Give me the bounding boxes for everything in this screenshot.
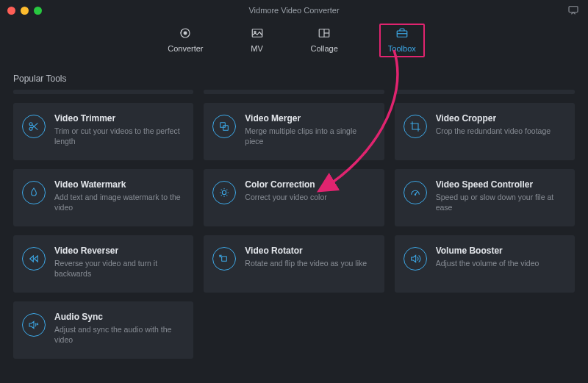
audio-sync-icon [22,313,46,337]
svg-marker-20 [35,256,38,262]
tab-label: Toolbox [388,44,416,53]
minimize-window-button[interactable] [21,7,29,15]
grid-stub [395,90,575,94]
rotate-icon [212,247,236,271]
tab-label: Collage [311,44,338,53]
tool-card-video-rotator[interactable]: Video Rotator Rotate and flip the video … [204,235,384,293]
svg-point-2 [184,32,187,35]
tools-grid: Video Trimmer Trim or cut your videos to… [0,90,588,372]
tool-card-video-speed-controller[interactable]: Video Speed Controller Speed up or slow … [395,169,575,226]
tool-card-color-correction[interactable]: Color Correction Correct your video colo… [204,169,384,226]
tool-card-video-trimmer[interactable]: Video Trimmer Trim or cut your videos to… [13,103,193,160]
tool-title: Video Speed Controller [436,179,566,190]
tool-title: Video Cropper [436,113,566,124]
tool-title: Video Reverser [54,246,184,256]
tool-description: Add text and image watermark to the vide… [54,192,184,212]
tab-label: Converter [168,44,203,53]
tool-description: Trim or cut your videos to the perfect l… [54,126,184,146]
tool-title: Video Watermark [54,179,184,190]
watermark-icon [22,181,46,204]
tab-converter[interactable]: Converter [163,24,207,57]
svg-rect-0 [569,7,578,12]
svg-rect-15 [223,126,229,131]
main-tabbar: Converter MV Collage Toolbox [0,21,588,66]
window-controls [7,7,42,15]
svg-marker-23 [29,321,34,328]
svg-marker-19 [30,256,34,262]
grid-stub [204,90,384,94]
tool-description: Correct your video color [245,192,375,202]
tool-description: Adjust and sync the audio with the video [54,324,184,345]
tool-title: Volume Booster [436,246,566,256]
toolbox-icon [394,26,410,41]
tab-toolbox[interactable]: Toolbox [379,24,425,57]
feedback-icon[interactable] [567,4,579,15]
tool-card-video-cropper[interactable]: Video Cropper Crop the redundant video f… [395,103,575,160]
tool-card-video-merger[interactable]: Video Merger Merge multiple clips into a… [204,103,384,160]
svg-marker-22 [411,255,415,262]
crop-icon [404,115,427,138]
window-titlebar: Vidmore Video Converter [0,0,588,21]
window-title: Vidmore Video Converter [0,6,588,15]
tab-label: MV [251,44,263,53]
tool-title: Video Trimmer [54,113,184,124]
converter-icon [177,26,193,41]
tool-title: Color Correction [245,179,375,190]
scissors-icon [22,115,46,138]
maximize-window-button[interactable] [34,7,42,15]
tool-description: Speed up or slow down your file at ease [436,192,566,212]
close-window-button[interactable] [7,7,15,15]
tool-title: Video Rotator [245,246,375,256]
svg-point-16 [223,190,226,194]
svg-rect-14 [220,123,226,128]
tab-collage[interactable]: Collage [306,24,343,57]
tool-card-audio-sync[interactable]: Audio Sync Adjust and sync the audio wit… [13,301,193,359]
tool-title: Video Merger [245,113,375,124]
grid-stub [13,90,193,94]
speedometer-icon [404,181,427,204]
tool-card-video-watermark[interactable]: Video Watermark Add text and image water… [13,169,193,226]
volume-icon [404,247,427,271]
tool-card-video-reverser[interactable]: Video Reverser Reverse your video and tu… [13,235,193,293]
section-heading: Popular Tools [0,66,588,90]
collage-icon [316,26,332,41]
brightness-icon [212,181,236,204]
tool-description: Adjust the volume of the video [436,258,566,268]
svg-point-18 [415,194,415,195]
tool-description: Merge multiple clips into a single piece [245,126,375,146]
tool-description: Crop the redundant video footage [436,126,566,136]
mv-icon [249,26,265,41]
tool-title: Audio Sync [54,312,184,322]
rewind-icon [22,247,46,271]
tool-card-volume-booster[interactable]: Volume Booster Adjust the volume of the … [395,235,575,293]
tool-description: Reverse your video and turn it backwards [54,258,184,279]
tool-description: Rotate and flip the video as you like [245,258,375,268]
tab-mv[interactable]: MV [245,24,270,57]
merge-icon [212,115,236,138]
svg-rect-21 [222,257,227,262]
